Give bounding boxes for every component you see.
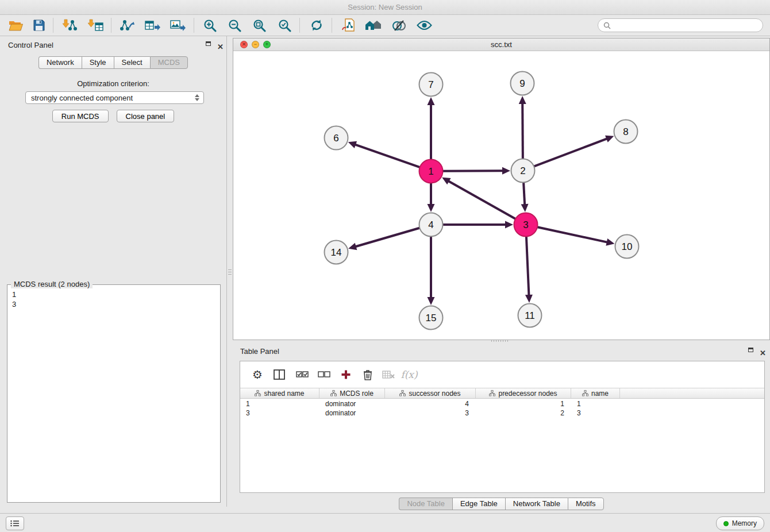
- tab-edge-table[interactable]: Edge Table: [452, 498, 505, 510]
- export-table-button[interactable]: [142, 17, 163, 34]
- zoom-selected-button[interactable]: [274, 17, 295, 34]
- network-node-15[interactable]: 15: [419, 306, 443, 330]
- network-edge-2-9[interactable]: [519, 96, 526, 159]
- network-edge-3-10[interactable]: [537, 227, 614, 245]
- zoom-fit-button[interactable]: [249, 17, 270, 34]
- delete-table-button[interactable]: [379, 366, 398, 383]
- table-row[interactable]: 1dominator411: [240, 399, 764, 408]
- network-node-6[interactable]: 6: [325, 126, 348, 150]
- tab-network-table[interactable]: Network Table: [505, 498, 568, 510]
- save-session-button[interactable]: [29, 17, 49, 34]
- column-header-label: name: [591, 390, 609, 398]
- criterion-select[interactable]: strongly connected component: [25, 91, 204, 104]
- network-edge-4-15[interactable]: [428, 237, 435, 306]
- network-edge-3-11[interactable]: [525, 236, 533, 303]
- search-input[interactable]: [614, 21, 757, 30]
- tab-select[interactable]: Select: [114, 56, 150, 69]
- float-table-panel-button[interactable]: [748, 348, 755, 354]
- column-header-shared-name[interactable]: shared name: [240, 388, 319, 398]
- column-header-name[interactable]: name: [571, 388, 620, 398]
- table-cell: dominator: [319, 399, 385, 408]
- status-bar: Memory: [0, 513, 770, 532]
- tab-motifs[interactable]: Motifs: [568, 498, 604, 510]
- table-cell: 2: [476, 408, 571, 418]
- network-edge-1-2[interactable]: [442, 167, 510, 175]
- delete-column-button[interactable]: [359, 366, 377, 383]
- select-all-columns-button[interactable]: [293, 366, 311, 383]
- control-panel-title: Control Panel: [8, 41, 53, 49]
- network-edge-1-4[interactable]: [428, 183, 435, 213]
- table-cell: 1: [571, 399, 620, 408]
- column-header-MCDS-role[interactable]: MCDS role: [319, 388, 385, 398]
- column-sort-icon: [399, 390, 406, 396]
- tab-style[interactable]: Style: [82, 56, 114, 69]
- close-window-button[interactable]: ✕: [240, 41, 248, 48]
- window-titlebar[interactable]: Session: New Session: [0, 0, 770, 15]
- network-node-4[interactable]: 4: [419, 213, 443, 237]
- import-network-button[interactable]: [59, 17, 79, 34]
- network-edge-2-8[interactable]: [534, 136, 614, 167]
- home-button[interactable]: [363, 17, 384, 34]
- network-node-7[interactable]: 7: [419, 73, 443, 97]
- toolbar-separator: [53, 18, 53, 33]
- close-control-panel-button[interactable]: ✕: [217, 41, 224, 48]
- network-edge-4-3[interactable]: [443, 221, 514, 229]
- network-canvas[interactable]: 7968124314101511: [233, 51, 769, 340]
- import-table-button[interactable]: [85, 17, 106, 34]
- table-settings-button[interactable]: ⚙: [248, 366, 267, 383]
- show-graphics-details-button[interactable]: [414, 17, 434, 34]
- zoom-out-button[interactable]: [224, 17, 245, 34]
- zoom-window-button[interactable]: +: [263, 41, 271, 48]
- svg-text:1: 1: [428, 166, 433, 177]
- float-control-panel-button[interactable]: [206, 41, 213, 48]
- add-column-button[interactable]: [337, 366, 355, 383]
- network-node-10[interactable]: 10: [615, 235, 639, 259]
- memory-status-button[interactable]: Memory: [716, 516, 764, 530]
- network-node-11[interactable]: 11: [518, 304, 542, 327]
- vertical-splitter[interactable]: [228, 263, 232, 280]
- open-folder-icon: [9, 20, 24, 32]
- network-edge-2-3[interactable]: [521, 182, 529, 212]
- network-node-2[interactable]: 2: [511, 159, 535, 183]
- column-header-successor-nodes[interactable]: successor nodes: [385, 388, 476, 398]
- network-from-selection-button[interactable]: [117, 17, 137, 34]
- network-node-9[interactable]: 9: [511, 72, 534, 95]
- deselect-all-columns-button[interactable]: [315, 366, 333, 383]
- tab-node-table[interactable]: Node Table: [399, 498, 452, 510]
- open-session-button[interactable]: [6, 17, 26, 34]
- tab-network[interactable]: Network: [38, 56, 82, 69]
- network-node-8[interactable]: 8: [614, 120, 638, 144]
- close-table-panel-button[interactable]: ✕: [760, 348, 767, 354]
- network-graph[interactable]: 7968124314101511: [233, 51, 769, 340]
- export-table-icon: [145, 19, 160, 32]
- run-mcds-button[interactable]: Run MCDS: [52, 110, 109, 122]
- table-cell: 1: [240, 399, 319, 408]
- copy-network-button[interactable]: [338, 17, 359, 34]
- network-edge-1-6[interactable]: [348, 141, 420, 167]
- close-panel-button[interactable]: Close panel: [117, 110, 175, 122]
- zoom-in-button[interactable]: [199, 17, 220, 34]
- table-row[interactable]: 3dominator323: [240, 408, 764, 418]
- network-edge-1-7[interactable]: [428, 97, 435, 160]
- network-edge-4-14[interactable]: [348, 228, 419, 250]
- network-node-1[interactable]: 1: [419, 160, 443, 183]
- minimize-window-button[interactable]: −: [252, 41, 259, 48]
- task-history-button[interactable]: [6, 516, 24, 530]
- memory-status-label: Memory: [732, 519, 757, 527]
- style-tools-button[interactable]: [388, 17, 409, 34]
- network-node-3[interactable]: 3: [514, 213, 538, 237]
- table-panel-title: Table Panel: [240, 347, 279, 356]
- table-cell: 3: [385, 408, 476, 418]
- export-image-button[interactable]: [167, 17, 188, 34]
- apply-layout-button[interactable]: [306, 17, 327, 34]
- function-builder-button[interactable]: f(x): [400, 366, 418, 383]
- network-node-14[interactable]: 14: [325, 241, 348, 264]
- search-icon: [603, 22, 611, 29]
- network-edge-3-1[interactable]: [442, 178, 515, 219]
- show-columns-button[interactable]: [270, 366, 288, 383]
- search-box[interactable]: [598, 18, 763, 32]
- column-header-predecessor-nodes[interactable]: predecessor nodes: [476, 388, 571, 398]
- delete-table-icon: [382, 370, 395, 379]
- tab-mcds[interactable]: MCDS: [150, 56, 188, 69]
- network-window-titlebar[interactable]: scc.txt ✕ − +: [233, 38, 769, 51]
